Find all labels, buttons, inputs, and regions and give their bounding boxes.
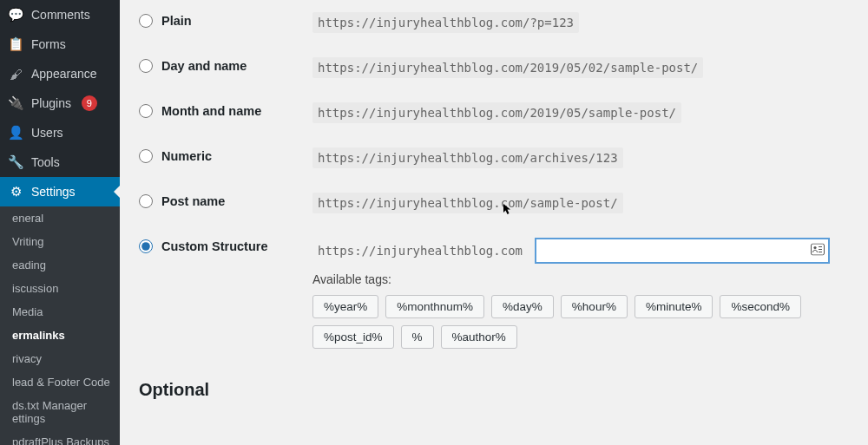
svg-point-1	[813, 246, 816, 249]
url-sample: https://injuryhealthblog.com/2019/05/02/…	[312, 57, 703, 78]
url-sample: https://injuryhealthblog.com/2019/05/sam…	[312, 102, 681, 123]
plugins-icon: 🔌	[7, 95, 24, 112]
submenu-item[interactable]: rivacy	[0, 347, 120, 370]
option-label: Numeric	[161, 149, 212, 163]
menu-item-label: Forms	[31, 37, 66, 51]
tag-button[interactable]: %monthnum%	[385, 295, 484, 318]
available-tags-label: Available tags:	[312, 272, 854, 286]
option-label: Post name	[161, 194, 225, 208]
appearance-icon: 🖌	[7, 65, 24, 82]
radio-day-and-name[interactable]	[139, 59, 153, 73]
menu-item-forms[interactable]: 📋Forms	[0, 29, 120, 59]
option-label: Plain	[161, 14, 192, 28]
radio-plain[interactable]	[139, 14, 153, 28]
forms-icon: 📋	[7, 36, 24, 53]
option-post-name: Post namehttps://injuryhealthblog.com/sa…	[139, 180, 854, 226]
menu-item-label: Comments	[31, 8, 90, 22]
submenu-item[interactable]: pdraftPlus Backups	[0, 430, 120, 445]
submenu-item[interactable]: ermalinks	[0, 324, 120, 347]
option-custom-structure: Custom Structure https://injuryhealthblo…	[139, 226, 854, 361]
label-custom-structure: Custom Structure	[161, 239, 267, 253]
submenu-item[interactable]: iscussion	[0, 277, 120, 300]
contacts-picker-icon	[811, 244, 825, 258]
settings-permalinks-content: Plainhttps://injuryhealthblog.com/?p=123…	[120, 0, 868, 445]
option-plain: Plainhttps://injuryhealthblog.com/?p=123	[139, 0, 854, 45]
radio-post-name[interactable]	[139, 194, 153, 208]
menu-item-label: Settings	[31, 185, 76, 199]
option-month-and-name: Month and namehttps://injuryhealthblog.c…	[139, 90, 854, 135]
base-url: https://injuryhealthblog.com	[312, 240, 528, 261]
tag-button[interactable]: %second%	[720, 295, 801, 318]
admin-sidebar: 💬Comments📋Forms 🖌Appearance🔌Plugins9👤Use…	[0, 0, 120, 445]
submenu-item[interactable]: ds.txt Manager ettings	[0, 394, 120, 430]
menu-item-label: Plugins	[31, 96, 71, 110]
menu-item-appearance[interactable]: 🖌Appearance	[0, 59, 120, 88]
users-icon: 👤	[7, 124, 24, 141]
submenu-item[interactable]: eading	[0, 253, 120, 277]
menu-item-users[interactable]: 👤Users	[0, 118, 120, 147]
menu-item-comments[interactable]: 💬Comments	[0, 0, 120, 29]
menu-item-tools[interactable]: 🔧Tools	[0, 147, 120, 177]
section-heading-optional: Optional	[139, 380, 854, 400]
submenu-item[interactable]: Media	[0, 300, 120, 324]
option-label: Month and name	[161, 104, 261, 118]
tag-button[interactable]: %post_id%	[312, 325, 394, 349]
tag-button[interactable]: %day%	[491, 295, 554, 318]
settings-icon: ⚙	[7, 183, 24, 200]
tag-button[interactable]: %author%	[441, 325, 517, 349]
radio-numeric[interactable]	[139, 149, 153, 163]
tag-button[interactable]: %hour%	[561, 295, 628, 318]
cursor-pointer-icon	[503, 203, 511, 218]
submenu-item[interactable]: lead & Footer Code	[0, 370, 120, 394]
radio-month-and-name[interactable]	[139, 104, 153, 118]
menu-item-label: Tools	[31, 155, 60, 169]
menu-item-label: Users	[31, 126, 63, 140]
url-sample: https://injuryhealthblog.com/sample-post…	[312, 193, 623, 213]
submenu-item[interactable]: Vriting	[0, 230, 120, 253]
url-sample: https://injuryhealthblog.com/archives/12…	[312, 147, 623, 168]
menu-item-plugins[interactable]: 🔌Plugins9	[0, 88, 120, 118]
submenu-item[interactable]: eneral	[0, 206, 120, 230]
menu-item-label: Appearance	[31, 67, 97, 81]
tag-button[interactable]: %minute%	[635, 295, 713, 318]
tag-button[interactable]: %	[401, 325, 434, 349]
comments-icon: 💬	[7, 6, 24, 23]
menu-item-settings[interactable]: ⚙Settings	[0, 177, 120, 206]
tag-button[interactable]: %year%	[312, 295, 378, 318]
update-badge: 9	[82, 95, 97, 111]
svg-rect-0	[812, 244, 825, 255]
custom-structure-input[interactable]	[535, 238, 830, 264]
option-numeric: Numerichttps://injuryhealthblog.com/arch…	[139, 135, 854, 180]
option-day-and-name: Day and namehttps://injuryhealthblog.com…	[139, 45, 854, 90]
tools-icon: 🔧	[7, 154, 24, 171]
radio-custom-structure[interactable]	[139, 239, 153, 253]
url-sample: https://injuryhealthblog.com/?p=123	[312, 12, 579, 33]
option-label: Day and name	[161, 59, 247, 73]
